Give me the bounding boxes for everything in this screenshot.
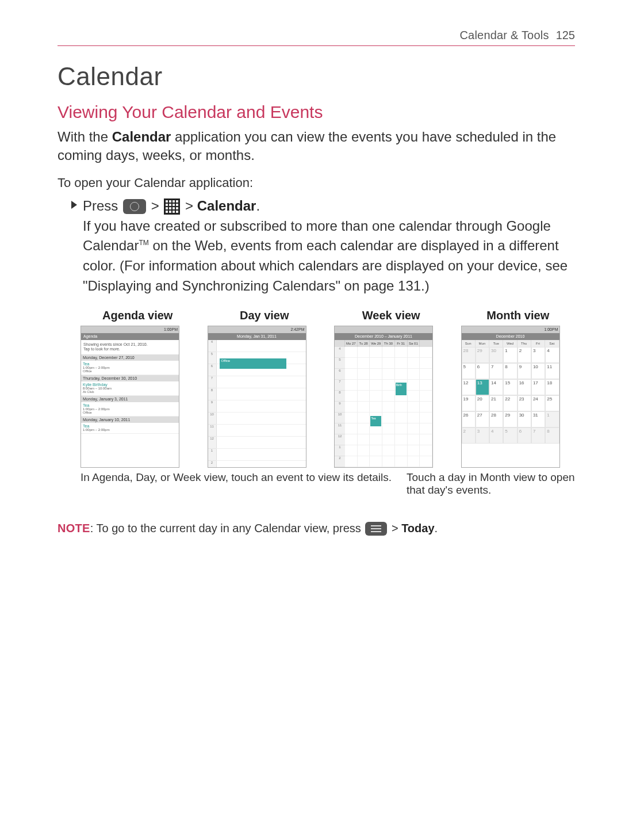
month-cell: 8 [545, 427, 559, 444]
agenda-hint-1: Showing events since Oct 21, 2010. [83, 342, 148, 346]
day-view-thumb: 2:42PM Monday, Jan 31, 2011 456789101112… [208, 326, 306, 468]
svg-rect-2 [371, 531, 381, 532]
agenda-item: Tea1:00pm – 2:00pm [81, 423, 179, 434]
month-cell: 19 [462, 395, 476, 411]
month-cell: 4 [545, 347, 559, 363]
month-cell: 1 [503, 347, 517, 363]
agenda-section-header: Monday, January 3, 2011 [81, 396, 179, 402]
agenda-topbar: Agenda [81, 333, 179, 340]
month-cell: 4 [489, 427, 503, 444]
month-cell: 26 [462, 411, 476, 427]
month-cell: 12 [462, 379, 476, 395]
week-view-label: Week view [334, 309, 448, 322]
month-cell: 6 [476, 363, 489, 379]
month-cell: 16 [518, 379, 531, 395]
month-cell: 28 [489, 411, 503, 427]
month-cell: 3 [531, 347, 545, 363]
month-cell: 5 [503, 427, 517, 444]
page-number: 125 [556, 29, 575, 42]
step-sep-2: > [185, 198, 197, 213]
note-sep: > [392, 522, 401, 534]
day-topbar: Monday, Jan 31, 2011 [208, 333, 306, 340]
agenda-status-time: 1:00PM [164, 327, 178, 331]
step-press: Press [83, 198, 122, 213]
week-event: Birth [396, 383, 407, 395]
month-status-time: 1:00PM [544, 327, 558, 331]
agenda-hint-2: Tap to look for more. [83, 347, 120, 351]
month-cell: 14 [489, 379, 503, 395]
month-cell: 11 [545, 363, 559, 379]
month-cell: 17 [531, 379, 545, 395]
step-open-calendar: Press > > Calendar. If you have created … [71, 196, 575, 296]
month-cell: 31 [531, 411, 545, 427]
month-cell: 7 [489, 363, 503, 379]
step-calendar-label: Calendar [197, 198, 256, 213]
month-cell: 25 [545, 395, 559, 411]
month-cell: 24 [531, 395, 545, 411]
home-button-icon [123, 199, 146, 214]
page-header: Calendar & Tools 125 [57, 29, 575, 46]
caption-right: Touch a day in Month view to open that d… [407, 471, 575, 497]
week-event: Tea [370, 416, 381, 426]
section-title: Viewing Your Calendar and Events [57, 102, 575, 122]
trademark-superscript: TM [139, 239, 148, 247]
month-cell: 21 [489, 395, 503, 411]
month-cell: 29 [503, 411, 517, 427]
month-cell: 6 [518, 427, 531, 444]
day-view-label: Day view [208, 309, 322, 322]
step-period: . [256, 198, 260, 213]
agenda-item: Kylie Birthday8:00am – 10:00amAt Club [81, 381, 179, 396]
view-captions: In Agenda, Day, or Week view, touch an e… [80, 471, 575, 497]
month-cell: 7 [531, 427, 545, 444]
month-cell: 3 [476, 427, 489, 444]
month-cell: 29 [476, 347, 489, 363]
month-view-label: Month view [461, 309, 576, 322]
note-label: NOTE [57, 522, 90, 534]
intro-bold: Calendar [112, 129, 171, 144]
agenda-view-col: Agenda view 1:00PM Agenda Showing events… [80, 309, 195, 468]
svg-rect-1 [371, 528, 381, 529]
day-view-col: Day view 2:42PM Monday, Jan 31, 2011 456… [208, 309, 322, 468]
agenda-view-thumb: 1:00PM Agenda Showing events since Oct 2… [80, 326, 179, 468]
svg-rect-0 [371, 525, 381, 526]
month-cell: 15 [503, 379, 517, 395]
intro-paragraph: With the Calendar application you can vi… [57, 128, 575, 165]
month-cell: 10 [531, 363, 545, 379]
caption-left: In Agenda, Day, or Week view, touch an e… [80, 471, 394, 497]
month-cell: 8 [503, 363, 517, 379]
breadcrumb: Calendar & Tools [459, 29, 549, 42]
agenda-section-header: Monday, January 10, 2011 [81, 417, 179, 423]
apps-grid-icon [164, 198, 180, 215]
agenda-section-header: Thursday, December 30, 2010 [81, 375, 179, 381]
agenda-view-label: Agenda view [80, 309, 195, 322]
month-cell: 30 [489, 347, 503, 363]
month-cell: 13 [476, 379, 489, 395]
intro-pre: With the [57, 129, 112, 144]
month-cell: 22 [503, 395, 517, 411]
agenda-item: Tea1:00pm – 2:00pmOffice [81, 402, 179, 417]
month-cell: 1 [545, 411, 559, 427]
menu-button-icon [365, 522, 387, 536]
page-title: Calendar [57, 62, 575, 91]
month-cell: 5 [462, 363, 476, 379]
day-status-time: 2:42PM [290, 327, 304, 331]
bullet-triangle-icon [71, 201, 77, 209]
week-topbar: December 2010 – January 2011 [335, 333, 432, 340]
month-cell: 18 [545, 379, 559, 395]
step-sep-1: > [151, 198, 163, 213]
month-cell: 9 [518, 363, 531, 379]
month-cell: 2 [462, 427, 476, 444]
note-period: . [435, 522, 438, 534]
month-cell: 30 [518, 411, 531, 427]
agenda-item: Tea1:00pm – 2:00pmOffice [81, 361, 179, 375]
day-event: Office [220, 358, 286, 369]
open-heading: To open your Calendar application: [57, 175, 575, 190]
calendar-views-row: Agenda view 1:00PM Agenda Showing events… [80, 309, 575, 468]
month-cell: 23 [518, 395, 531, 411]
month-cell: 2 [518, 347, 531, 363]
week-view-thumb: December 2010 – January 2011 Mo 27Tu 28W… [334, 326, 433, 468]
month-cell: 28 [462, 347, 476, 363]
month-view-thumb: 1:00PM December 2010 SunMonTueWedThuFriS… [461, 326, 560, 468]
note-row: NOTE: To go to the current day in any Ca… [57, 522, 575, 536]
agenda-section-header: Monday, December 27, 2010 [81, 354, 179, 361]
